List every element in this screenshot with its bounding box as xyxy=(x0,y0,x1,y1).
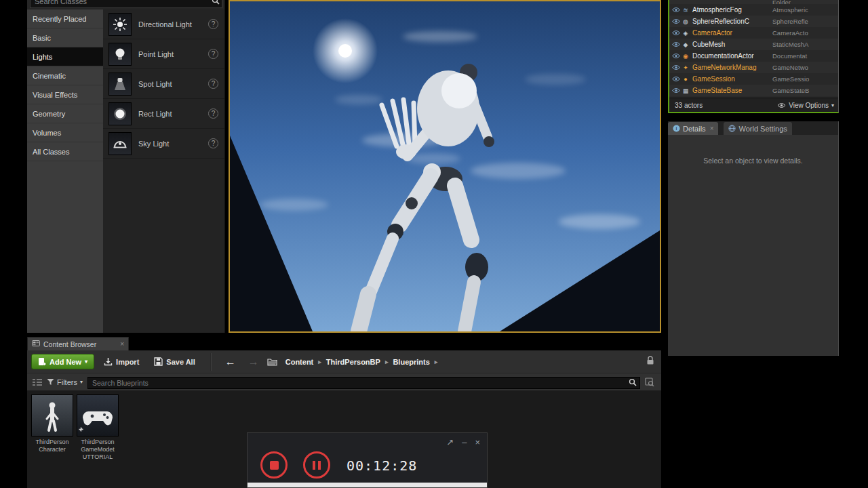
visibility-eye-icon[interactable] xyxy=(671,18,681,24)
content-browser-tab[interactable]: Content Browser × xyxy=(27,337,129,350)
asset-label-line: ThirdPerson xyxy=(76,439,119,446)
close-icon[interactable]: × xyxy=(120,340,124,348)
breadcrumb-content[interactable]: Content xyxy=(285,358,314,366)
actor-name: AtmosphericFog xyxy=(692,6,772,14)
help-icon[interactable]: ? xyxy=(208,108,218,119)
actor-name: CubeMesh xyxy=(692,41,772,48)
visibility-eye-icon[interactable] xyxy=(671,7,681,13)
category-recently-placed[interactable]: Recently Placed xyxy=(27,9,103,28)
asset-thirdperson-character[interactable]: ThirdPerson Character xyxy=(31,394,74,453)
outliner-row[interactable]: ◍ SphereReflectionC SphereRefle xyxy=(669,16,838,27)
actor-class-icon: ▦ xyxy=(681,87,690,94)
lock-icon[interactable] xyxy=(646,356,654,368)
outliner-row[interactable]: ● GameSession GameSessio xyxy=(669,73,838,85)
category-all-classes[interactable]: All Classes xyxy=(27,142,103,161)
actor-type: GameStateB xyxy=(772,87,838,94)
spot-light-icon xyxy=(108,73,132,96)
back-button[interactable]: ← xyxy=(221,356,240,368)
help-icon[interactable]: ? xyxy=(208,138,218,148)
save-all-button[interactable]: Save All xyxy=(149,354,200,369)
category-visual-effects[interactable]: Visual Effects xyxy=(27,85,103,104)
search-icon xyxy=(629,378,637,386)
category-lights[interactable]: Lights xyxy=(27,47,103,66)
actor-type: StaticMeshA xyxy=(772,41,838,48)
actor-type: SphereRefle xyxy=(772,18,838,25)
asset-thumbnail xyxy=(77,394,119,436)
placeable-sky-light[interactable]: Sky Light ? xyxy=(103,129,224,159)
level-viewport[interactable] xyxy=(229,0,661,333)
screen-recorder-window: ↗ – × 00:12:28 xyxy=(247,432,488,488)
import-icon xyxy=(104,357,113,366)
tab-world-settings[interactable]: World Settings xyxy=(724,122,791,135)
actor-class-icon: ✦ xyxy=(681,64,690,71)
placeable-rect-light[interactable]: Rect Light ? xyxy=(103,99,224,129)
search-blueprints-field[interactable] xyxy=(87,376,640,388)
category-basic[interactable]: Basic xyxy=(27,28,103,47)
placeable-label: Spot Light xyxy=(138,80,172,88)
outliner-row[interactable]: ◈ CameraActor CameraActo xyxy=(669,27,838,39)
help-icon[interactable]: ? xyxy=(208,49,218,59)
search-classes-input[interactable] xyxy=(30,0,222,8)
details-panel: i Details × World Settings Select an obj… xyxy=(668,121,839,356)
pause-recording-button[interactable] xyxy=(303,451,330,479)
breadcrumb-blueprints[interactable]: Blueprints xyxy=(393,358,429,366)
search-blueprints-input[interactable] xyxy=(87,377,640,389)
placeable-directional-light[interactable]: Directional Light ? xyxy=(103,9,224,39)
saved-search-icon[interactable] xyxy=(645,378,654,386)
visibility-eye-icon[interactable] xyxy=(671,64,681,70)
visibility-eye-icon[interactable] xyxy=(671,76,681,82)
placeable-point-light[interactable]: Point Light ? xyxy=(103,39,224,69)
outliner-row[interactable]: ✦ GameNetworkManag GameNetwo xyxy=(669,62,838,73)
tab-details[interactable]: i Details × xyxy=(668,122,718,135)
info-icon: i xyxy=(673,125,680,132)
import-label: Import xyxy=(116,358,139,366)
category-geometry[interactable]: Geometry xyxy=(27,104,103,123)
outliner-row[interactable]: ◆ CubeMesh StaticMeshA xyxy=(669,39,838,50)
outliner-row[interactable]: ▦ GameStateBase GameStateB xyxy=(669,85,838,96)
add-new-button[interactable]: Add New ▾ xyxy=(31,354,94,369)
breadcrumb: Content ▸ ThirdPersonBP ▸ Blueprints ▸ xyxy=(285,358,438,366)
placeable-spot-light[interactable]: Spot Light ? xyxy=(103,69,224,99)
search-classes-field[interactable] xyxy=(30,0,222,8)
help-icon[interactable]: ? xyxy=(208,19,218,29)
placeable-label: Sky Light xyxy=(138,140,169,148)
minimize-icon[interactable]: – xyxy=(462,437,467,447)
help-icon[interactable]: ? xyxy=(208,79,218,89)
folder-icon xyxy=(267,358,277,366)
visibility-eye-icon[interactable] xyxy=(671,41,681,47)
outliner-row[interactable]: ≋ AtmosphericFog Atmospheric xyxy=(669,4,838,16)
actor-class-icon: ◍ xyxy=(681,18,690,25)
filters-button[interactable]: Filters ▾ xyxy=(47,378,83,386)
visibility-eye-icon[interactable] xyxy=(671,30,681,36)
placeable-label: Rect Light xyxy=(138,110,172,118)
asset-thumbnail xyxy=(31,394,73,436)
filters-label: Filters xyxy=(57,378,77,386)
directional-light-icon xyxy=(108,13,132,36)
asset-label-line: GameModet xyxy=(76,446,119,453)
breadcrumb-thirdpersonbp[interactable]: ThirdPersonBP xyxy=(326,358,380,366)
visibility-eye-icon[interactable] xyxy=(671,53,681,59)
actor-type: GameNetwo xyxy=(772,64,838,71)
actor-class-icon: ◉ xyxy=(681,53,690,60)
placeable-label: Point Light xyxy=(138,50,174,58)
visibility-eye-icon[interactable] xyxy=(671,87,681,94)
tab-label: Content Browser xyxy=(43,340,96,348)
stop-recording-button[interactable] xyxy=(260,451,288,479)
list-view-icon[interactable] xyxy=(33,378,42,386)
chevron-right-icon: ▸ xyxy=(385,359,389,365)
import-button[interactable]: Import xyxy=(98,354,144,369)
close-icon[interactable]: × xyxy=(710,125,714,132)
close-icon[interactable]: × xyxy=(475,437,480,447)
recording-timer: 00:12:28 xyxy=(347,458,417,474)
recorder-bottom-bar xyxy=(248,483,487,487)
category-volumes[interactable]: Volumes xyxy=(27,123,103,142)
pause-icon xyxy=(313,461,321,470)
actor-class-icon: ◆ xyxy=(681,41,690,48)
asset-thirdperson-gamemode[interactable]: ThirdPerson GameModet UTTORIAL xyxy=(76,394,119,461)
outliner-row[interactable]: ◉ DocumentationActor Documentat xyxy=(669,50,838,62)
forward-button[interactable]: → xyxy=(244,356,263,368)
category-cinematic[interactable]: Cinematic xyxy=(27,66,103,85)
open-external-icon[interactable]: ↗ xyxy=(446,437,454,447)
asset-label-line: Character xyxy=(31,446,74,453)
view-options-button[interactable]: View Options ▾ xyxy=(777,102,834,109)
